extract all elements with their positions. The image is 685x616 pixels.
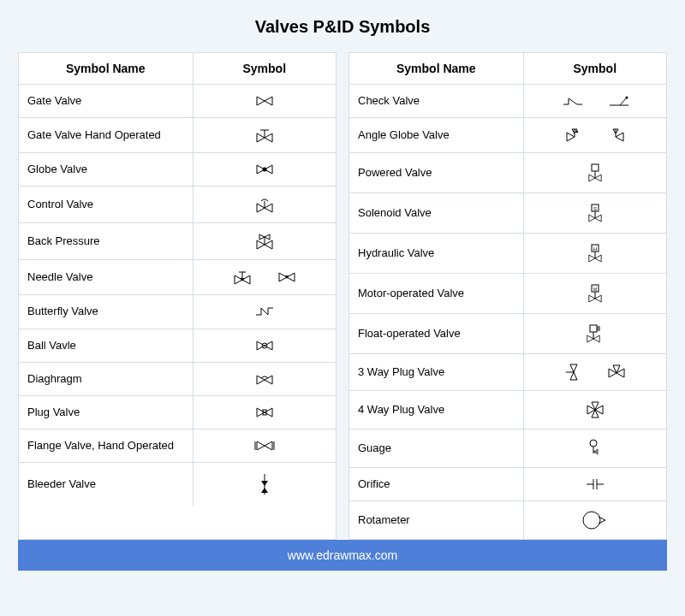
tables-container: Symbol Name Symbol Gate Valve Gate Valve… [17, 52, 668, 540]
valve-name: Flange Valve, Hand Operated [19, 429, 194, 462]
left-table: Symbol Name Symbol Gate Valve Gate Valve… [18, 52, 337, 540]
diaphragm-icon [194, 363, 337, 395]
valve-name: Ball Vavle [19, 329, 194, 362]
solenoid-valve-icon [524, 193, 667, 233]
table-header: Symbol Name Symbol [349, 53, 666, 85]
table-row: Back Pressure [19, 223, 336, 260]
header-symbol: Symbol [524, 53, 667, 84]
table-row: 4 Way Plug Valve [349, 391, 666, 429]
table-row: Plug Valve [19, 396, 336, 429]
valve-name: 3 Way Plug Valve [349, 354, 524, 390]
table-row: Hydraulic Valve [349, 234, 666, 274]
valve-name: Gate Valve [19, 85, 194, 117]
four-way-plug-icon [524, 391, 667, 429]
valve-name: 4 Way Plug Valve [349, 391, 524, 429]
back-pressure-icon [194, 223, 337, 259]
bleeder-valve-icon [194, 463, 337, 506]
valve-name: Angle Globe Valve [349, 118, 524, 152]
valve-name: Plug Valve [19, 396, 194, 429]
table-row: Flange Valve, Hand Operated [19, 429, 336, 463]
page-title: Valves P&ID Symbols [17, 17, 668, 37]
valve-name: Back Pressure [19, 223, 194, 259]
valve-name: Float-operated Valve [349, 314, 524, 353]
valve-name: Gate Valve Hand Operated [19, 118, 194, 152]
valve-name: Guage [349, 429, 524, 467]
valve-name: Needle Valve [19, 260, 194, 294]
valve-name: Diaghragm [19, 363, 194, 395]
header-name: Symbol Name [19, 53, 194, 84]
table-row: Check Valve [349, 85, 666, 118]
valve-name: Motor-operated Valve [349, 274, 524, 313]
gate-valve-icon [194, 85, 337, 117]
valve-name: Rotameter [349, 501, 524, 539]
valve-name: Orifice [349, 468, 524, 500]
butterfly-valve-icon [194, 295, 337, 328]
table-row: Motor-operated Valve [349, 274, 666, 314]
header-symbol: Symbol [194, 53, 337, 84]
gate-valve-hand-icon [194, 118, 337, 152]
table-row: Needle Valve [19, 260, 336, 295]
table-row: Gate Valve Hand Operated [19, 118, 336, 153]
table-row: Angle Globe Valve [349, 118, 666, 153]
valve-name: Control Valve [19, 187, 194, 222]
right-table: Symbol Name Symbol Check Valve Angle Glo… [348, 52, 667, 540]
table-row: Guage [349, 429, 666, 468]
float-operated-valve-icon [524, 314, 667, 353]
check-valve-icon [524, 85, 667, 117]
plug-valve-icon [194, 396, 337, 429]
motor-operated-valve-icon [524, 274, 667, 313]
valve-name: Bleeder Valve [19, 463, 194, 506]
table-row: Rotameter [349, 501, 666, 539]
powered-valve-icon [524, 153, 667, 192]
table-row: Powered Valve [349, 153, 666, 193]
three-way-plug-icon [524, 354, 667, 390]
needle-valve-icon [194, 260, 337, 294]
valve-name: Hydraulic Valve [349, 234, 524, 273]
table-row: Control Valve [19, 187, 336, 223]
table-header: Symbol Name Symbol [19, 53, 336, 85]
ball-valve-icon [194, 329, 337, 362]
control-valve-icon [194, 187, 337, 222]
flange-valve-icon [194, 429, 337, 462]
table-row: Bleeder Valve [19, 463, 336, 506]
valve-name: Butterfly Valve [19, 295, 194, 328]
table-row: Orifice [349, 468, 666, 501]
table-row: Gate Valve [19, 85, 336, 118]
gauge-icon [524, 429, 667, 467]
table-row: Solenoid Valve [349, 193, 666, 234]
valve-name: Powered Valve [349, 153, 524, 192]
footer-link[interactable]: www.edrawmax.com [18, 540, 667, 571]
valve-name: Globe Valve [19, 153, 194, 186]
table-row: 3 Way Plug Valve [349, 354, 666, 391]
valve-name: Check Valve [349, 85, 524, 117]
table-row: Diaghragm [19, 363, 336, 396]
rotameter-icon [524, 501, 667, 539]
globe-valve-icon [194, 153, 337, 186]
valve-name: Solenoid Valve [349, 193, 524, 233]
table-row: Globe Valve [19, 153, 336, 187]
header-name: Symbol Name [349, 53, 524, 84]
orifice-icon [524, 468, 667, 500]
table-row: Butterfly Valve [19, 295, 336, 329]
table-row: Float-operated Valve [349, 314, 666, 354]
table-row: Ball Vavle [19, 329, 336, 363]
hydraulic-valve-icon [524, 234, 667, 273]
angle-globe-valve-icon [524, 118, 667, 152]
